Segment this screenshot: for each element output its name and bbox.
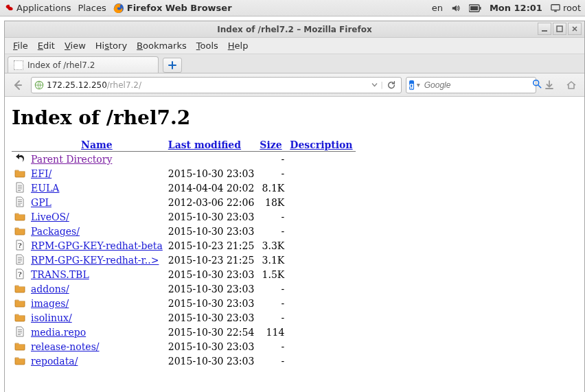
svg-rect-6 xyxy=(542,30,547,32)
sort-lastmod-link[interactable]: Last modified xyxy=(168,139,241,150)
gnome-top-panel: Applications Places Firefox Web Browser … xyxy=(0,0,585,16)
file-icon xyxy=(14,326,25,337)
panel-user-label: root xyxy=(563,3,581,13)
sort-desc-link[interactable]: Description xyxy=(290,139,352,150)
url-bar[interactable]: 172.25.12.250/rhel7.2/ | xyxy=(31,77,402,93)
reload-icon xyxy=(387,80,396,90)
file-link[interactable]: images/ xyxy=(31,298,69,309)
table-row: images/2015-10-30 23:03- xyxy=(12,297,356,311)
window-title: Index of /rhel7.2 – Mozilla Firefox xyxy=(5,25,584,34)
file-size: 18K xyxy=(257,196,287,210)
panel-active-app[interactable]: Firefox Web Browser xyxy=(113,3,232,14)
menu-view[interactable]: View xyxy=(60,39,90,52)
menu-file[interactable]: File xyxy=(9,39,32,52)
folder-icon xyxy=(14,297,25,308)
table-row: EFI/2015-10-30 23:03- xyxy=(12,167,356,181)
table-row: repodata/2015-10-30 23:03- xyxy=(12,354,356,369)
url-host: 172.25.12.250 xyxy=(47,80,107,90)
search-engine-icon: g xyxy=(409,80,414,90)
table-row: addons/2015-10-30 23:03- xyxy=(12,282,356,297)
folder-icon xyxy=(14,168,25,178)
table-row: LiveOS/2015-10-30 23:03- xyxy=(12,210,356,224)
home-button[interactable] xyxy=(562,76,580,94)
file-link[interactable]: EFI/ xyxy=(31,168,51,179)
file-link[interactable]: TRANS.TBL xyxy=(31,269,89,280)
table-row: EULA2014-04-04 20:028.1K xyxy=(12,181,356,196)
file-date: 2015-10-23 21:25 xyxy=(165,239,257,253)
file-link[interactable]: repodata/ xyxy=(31,356,78,367)
menu-history[interactable]: History xyxy=(91,39,131,52)
file-size: - xyxy=(257,210,287,224)
file-link[interactable]: media.repo xyxy=(31,327,86,338)
parent-directory-link[interactable]: Parent Directory xyxy=(31,154,112,165)
page-content: Index of /rhel7.2 Name Last modified Siz… xyxy=(5,97,584,392)
file-size: 3.1K xyxy=(257,253,287,268)
table-row: release-notes/2015-10-30 23:03- xyxy=(12,340,356,354)
file-size: - xyxy=(257,224,287,239)
menu-edit[interactable]: Edit xyxy=(34,39,59,52)
sort-name-link[interactable]: Name xyxy=(81,139,113,150)
panel-lang[interactable]: en xyxy=(432,3,443,13)
folder-icon xyxy=(14,355,25,366)
file-date: 2015-10-30 23:03 xyxy=(165,340,257,354)
file-icon xyxy=(14,182,25,193)
folder-icon xyxy=(14,283,25,294)
window-maximize-button[interactable] xyxy=(553,23,566,35)
col-name: Name xyxy=(28,139,165,152)
file-link[interactable]: RPM-GPG-KEY-redhat-r..> xyxy=(31,255,159,266)
file-link[interactable]: release-notes/ xyxy=(31,341,100,352)
folder-icon xyxy=(14,211,25,222)
file-link[interactable]: isolinux/ xyxy=(31,312,72,323)
file-date: 2015-10-30 22:54 xyxy=(165,325,257,340)
new-tab-button[interactable] xyxy=(163,58,182,73)
navigation-toolbar: 172.25.12.250/rhel7.2/ | g ▾ xyxy=(5,73,584,97)
file-size: - xyxy=(257,340,287,354)
svg-text:?: ? xyxy=(18,270,22,278)
file-icon xyxy=(14,196,25,207)
tab-active[interactable]: Index of /rhel7.2 xyxy=(8,56,159,73)
file-size: 8.1K xyxy=(257,181,287,196)
col-description: Description xyxy=(287,139,355,152)
sort-size-link[interactable]: Size xyxy=(260,139,282,150)
tab-strip: Index of /rhel7.2 xyxy=(5,54,584,73)
table-row: ?TRANS.TBL2015-10-30 23:031.5K xyxy=(12,268,356,282)
menu-help[interactable]: Help xyxy=(224,39,253,52)
parent-directory-row: Parent Directory - xyxy=(12,152,356,167)
back-button[interactable] xyxy=(9,76,27,94)
history-dropdown-icon[interactable] xyxy=(371,82,378,88)
file-date: 2015-10-30 23:03 xyxy=(165,167,257,181)
svg-point-9 xyxy=(534,80,539,86)
file-link[interactable]: Packages/ xyxy=(31,226,80,237)
url-text: 172.25.12.250/rhel7.2/ xyxy=(47,80,369,90)
panel-clock[interactable]: Mon 12:01 xyxy=(490,3,542,13)
panel-places[interactable]: Places xyxy=(78,3,106,13)
panel-user[interactable]: root xyxy=(551,3,581,13)
file-link[interactable]: LiveOS/ xyxy=(31,211,69,222)
download-icon xyxy=(544,80,555,91)
search-input[interactable] xyxy=(423,80,529,91)
page-heading: Index of /rhel7.2 xyxy=(12,106,577,129)
window-titlebar[interactable]: Index of /rhel7.2 – Mozilla Firefox xyxy=(5,21,584,38)
file-date: 2012-03-06 22:06 xyxy=(165,196,257,210)
file-link[interactable]: GPL xyxy=(31,197,51,208)
monitor-icon xyxy=(551,3,560,13)
file-link[interactable]: RPM-GPG-KEY-redhat-beta xyxy=(31,240,163,251)
search-bar[interactable]: g ▾ xyxy=(406,77,536,93)
file-size: - xyxy=(257,354,287,369)
svg-text:?: ? xyxy=(18,242,22,249)
menu-tools[interactable]: Tools xyxy=(192,39,222,52)
file-link[interactable]: addons/ xyxy=(31,284,69,295)
menu-bookmarks[interactable]: Bookmarks xyxy=(133,39,191,52)
file-link[interactable]: EULA xyxy=(31,183,59,194)
battery-icon[interactable] xyxy=(469,4,481,12)
reload-button[interactable] xyxy=(386,80,397,91)
back-arrow-icon xyxy=(14,153,25,164)
volume-icon[interactable] xyxy=(451,3,461,13)
directory-listing: Name Last modified Size Description Pare… xyxy=(12,139,356,369)
downloads-button[interactable] xyxy=(540,76,558,94)
window-minimize-button[interactable] xyxy=(538,23,551,35)
panel-applications[interactable]: Applications xyxy=(4,3,71,13)
favicon-blank-icon xyxy=(14,60,23,70)
window-close-button[interactable] xyxy=(568,23,582,35)
search-engine-dropdown-icon[interactable]: ▾ xyxy=(417,81,420,89)
